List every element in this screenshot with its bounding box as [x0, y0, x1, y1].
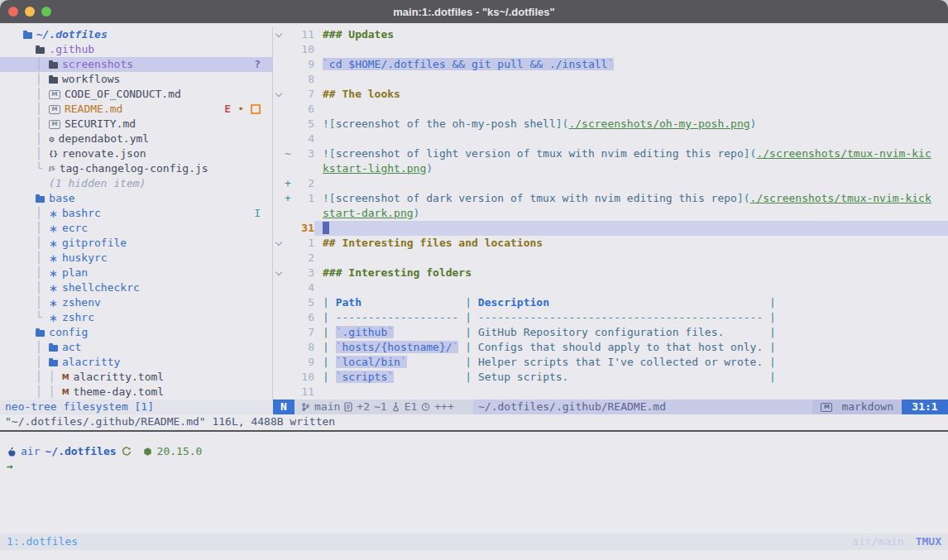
- git-sign-column: [285, 370, 294, 385]
- editor-line[interactable]: 6: [273, 102, 948, 117]
- editor-line[interactable]: 4: [273, 280, 948, 295]
- error-count: E1: [405, 400, 418, 414]
- editor-line[interactable]: 7| `.github` | GitHub Repository configu…: [273, 325, 948, 340]
- fold-column: [273, 102, 285, 117]
- tree-item-label: huskyrc: [62, 251, 108, 266]
- tree-item-zshrc[interactable]: └ zshrc: [0, 310, 272, 325]
- fold-chevron-icon[interactable]: [273, 236, 285, 251]
- line-number: [294, 161, 314, 176]
- tree-item-ecrc[interactable]: │ ecrc: [0, 221, 272, 236]
- editor-line[interactable]: 6| ------------------- | ---------------…: [273, 310, 948, 325]
- git-sign-column: +: [285, 191, 294, 206]
- tree-item-tag-changelog-config.js[interactable]: └ tag-changelog-config.js: [0, 161, 272, 176]
- line-text: ![screenshot of the oh-my-posh shell](./…: [314, 117, 948, 132]
- fullscreen-button[interactable]: [41, 7, 51, 17]
- tree-item--1-hidden-item-[interactable]: (1 hidden item): [0, 176, 272, 191]
- fold-chevron-icon[interactable]: [273, 266, 285, 280]
- tree-item-dependabot.yml[interactable]: │ dependabot.yml: [0, 132, 272, 146]
- folder-icon: [23, 32, 32, 39]
- editor-line[interactable]: kstart-light.png): [273, 161, 948, 176]
- editor-line[interactable]: 1## Interesting files and locations: [273, 236, 948, 251]
- editor-line[interactable]: 10| `scripts` | Setup scripts. |: [273, 370, 948, 385]
- tree-item-act[interactable]: │ act: [0, 340, 272, 355]
- fold-column: [273, 117, 285, 132]
- git-sign-column: +: [285, 176, 294, 191]
- editor-line[interactable]: 2: [273, 251, 948, 266]
- close-button[interactable]: [8, 7, 18, 17]
- line-number: 2: [294, 251, 314, 266]
- star-icon: [49, 283, 58, 294]
- tree-item-screenshots[interactable]: │ screenshots?: [0, 57, 272, 72]
- git-sign-column: [285, 221, 294, 236]
- fold-column: [273, 132, 285, 146]
- star-icon: [49, 208, 58, 219]
- tree-item-alacritty[interactable]: │ alacritty: [0, 355, 272, 370]
- tree-item-code-of-conduct.md[interactable]: │ CODE_OF_CONDUCT.md: [0, 87, 272, 102]
- shell-prompt: air ~/.dotfiles 20.15.0: [7, 444, 202, 459]
- fold-column: [273, 146, 285, 161]
- git-branch-icon: [301, 402, 310, 412]
- editor-line[interactable]: 9| `local/bin` | Helper scripts that I'v…: [273, 355, 948, 370]
- tree-item-shellcheckrc[interactable]: │ shellcheckrc: [0, 280, 272, 295]
- diff-changed: ~1: [374, 400, 387, 414]
- editor-line[interactable]: 11: [273, 385, 948, 400]
- fold-chevron-icon[interactable]: [273, 27, 285, 42]
- line-number: 3: [294, 266, 314, 280]
- fold-column: [273, 57, 285, 72]
- line-number: 6: [294, 102, 314, 117]
- tree-item-readme.md[interactable]: │ README.mdE•: [0, 102, 272, 117]
- editor-line[interactable]: 8| `hosts/{hostname}/` | Configs that sh…: [273, 340, 948, 355]
- line-number: 8: [294, 340, 314, 355]
- pane-divider[interactable]: [0, 430, 948, 432]
- tree-item-config[interactable]: config: [0, 325, 272, 340]
- indent-guide: [10, 27, 23, 42]
- tree-item-zshenv[interactable]: │ zshenv: [0, 295, 272, 310]
- tree-item-huskyrc[interactable]: │ huskyrc: [0, 251, 272, 266]
- indent-guide: └: [10, 161, 49, 176]
- minimize-button[interactable]: [25, 7, 35, 17]
- line-number: 31: [294, 221, 314, 236]
- line-text: | `hosts/{hostname}/` | Configs that sho…: [314, 340, 948, 355]
- fold-column: [273, 385, 285, 400]
- tree-item-workflows[interactable]: │ workflows: [0, 72, 272, 87]
- editor-line[interactable]: 4: [273, 132, 948, 146]
- fold-column: [273, 72, 285, 87]
- tree-item-label: act: [62, 340, 81, 355]
- tree-item-base[interactable]: base: [0, 191, 272, 206]
- tree-item-gitprofile[interactable]: │ gitprofile: [0, 236, 272, 251]
- editor-line[interactable]: +1![screenshot of dark version of tmux w…: [273, 191, 948, 206]
- editor-line[interactable]: ~3![screenshot of light version of tmux …: [273, 146, 948, 161]
- tmux-window-item[interactable]: 1:.dotfiles: [0, 534, 78, 550]
- file-path: ~/.dotfiles/.github/README.md: [473, 400, 812, 414]
- tmux-status-bar: 1:.dotfiles air/main TMUX: [0, 534, 948, 550]
- tree-item-theme-day.toml[interactable]: │ │ theme-day.toml: [0, 385, 272, 400]
- line-text: | `scripts` | Setup scripts. |: [314, 370, 948, 385]
- line-text: ## The looks: [314, 87, 948, 102]
- tree-item--.dotfiles[interactable]: ~/.dotfiles: [0, 27, 272, 42]
- tree-item-plan[interactable]: │ plan: [0, 266, 272, 280]
- editor-line[interactable]: 5![screenshot of the oh-my-posh shell](.…: [273, 117, 948, 132]
- editor-line[interactable]: 3### Interesting folders: [273, 266, 948, 280]
- tree-item-security.md[interactable]: │ SECURITY.md: [0, 117, 272, 132]
- editor-line[interactable]: 9`cd $HOME/.dotfiles && git pull && ./in…: [273, 57, 948, 72]
- line-text: [314, 42, 948, 57]
- tree-item-alacritty.toml[interactable]: │ │ alacritty.toml: [0, 370, 272, 385]
- editor-line[interactable]: 7## The looks: [273, 87, 948, 102]
- editor-line[interactable]: start-dark.png): [273, 206, 948, 221]
- editor-line[interactable]: 10: [273, 42, 948, 57]
- tree-item-renovate.json[interactable]: │ renovate.json: [0, 146, 272, 161]
- fold-chevron-icon[interactable]: [273, 87, 285, 102]
- line-text: start-dark.png): [314, 206, 948, 221]
- editor-line[interactable]: 8: [273, 72, 948, 87]
- folder-icon: [49, 345, 58, 352]
- editor-line[interactable]: 5| Path | Description |: [273, 295, 948, 310]
- tree-item-bashrc[interactable]: │ bashrcI: [0, 206, 272, 221]
- editor-line[interactable]: +2: [273, 176, 948, 191]
- tree-item-.github[interactable]: .github: [0, 42, 272, 57]
- cursor: [323, 222, 329, 234]
- git-sign-column: [285, 340, 294, 355]
- editor-line[interactable]: 31: [273, 221, 948, 236]
- line-number: 7: [294, 87, 314, 102]
- editor-line[interactable]: 11### Updates: [273, 27, 948, 42]
- indent-guide: │: [10, 206, 49, 221]
